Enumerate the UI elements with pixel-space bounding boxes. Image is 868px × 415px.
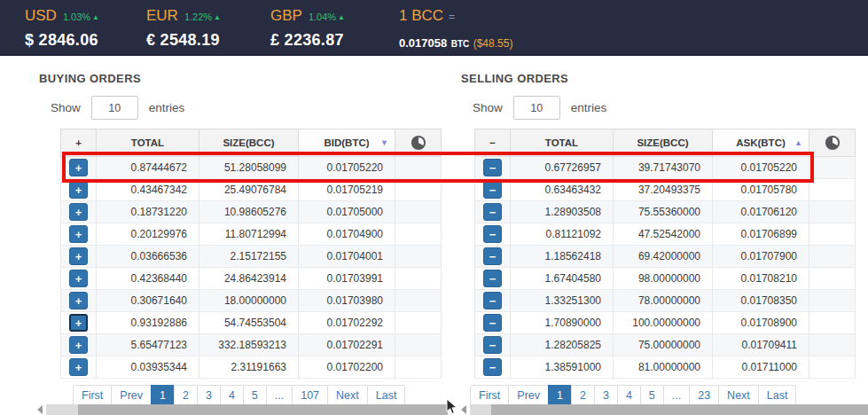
page-button-last[interactable]: Last (758, 385, 797, 406)
page-button-first[interactable]: First (73, 385, 112, 406)
clock-icon (825, 135, 841, 151)
price-cell: 0.01706899 (713, 223, 809, 246)
up-arrow-icon: ▲ (338, 13, 345, 21)
action-cell: − (475, 312, 511, 334)
table-row: −1.2890350875.553600000.01706120 (475, 201, 856, 223)
add-order-button[interactable]: + (69, 270, 88, 287)
selling-horizontal-scrollbar[interactable] (461, 404, 868, 415)
page-button-5[interactable]: 5 (243, 385, 267, 406)
column-header-action[interactable]: − (475, 129, 511, 157)
percent-change: 1.03% (63, 12, 90, 22)
page-button--[interactable]: ... (663, 385, 690, 406)
ticker-eur: EUR1.22%▲ € 2548.19 (146, 7, 221, 50)
scrollbar-thumb[interactable] (78, 404, 448, 415)
table-row: −1.6740458098.000000000.01708210 (475, 268, 856, 290)
add-order-button[interactable]: + (69, 159, 88, 176)
page-button-107[interactable]: 107 (292, 385, 328, 406)
remove-order-button[interactable]: − (483, 270, 502, 287)
entries-count-input[interactable] (513, 96, 560, 120)
page-button-1[interactable]: 1 (151, 385, 175, 406)
scrollbar-thumb[interactable] (491, 404, 868, 415)
total-cell: 1.28205825 (511, 334, 614, 356)
page-button-3[interactable]: 3 (197, 385, 221, 406)
size-cell: 75.00000000 (614, 334, 713, 356)
table-row: +0.8744467251.280580990.01705220 (61, 157, 442, 179)
page-button-5[interactable]: 5 (640, 385, 664, 406)
ticker-bcc-rate: 1 BCC= 0.017058 BTC ($48.55) (399, 7, 512, 51)
show-entries-control: Show entries (51, 96, 448, 120)
page-button-last[interactable]: Last (367, 385, 406, 406)
buying-horizontal-scrollbar[interactable] (37, 404, 448, 415)
page-button-4[interactable]: 4 (220, 385, 244, 406)
action-cell: + (61, 312, 97, 334)
add-order-button[interactable]: + (69, 181, 88, 199)
column-header-total[interactable]: TOTAL (97, 129, 199, 157)
page-button-2[interactable]: 2 (174, 385, 198, 406)
size-cell: 2.31191663 (199, 356, 299, 379)
add-order-button[interactable]: + (69, 225, 88, 243)
clock-icon (411, 135, 426, 151)
remove-order-button[interactable]: − (483, 181, 502, 199)
page-button-prev[interactable]: Prev (111, 385, 152, 406)
column-header-size[interactable]: SIZE(BCC) (614, 129, 713, 157)
column-header-bid[interactable]: BID(BTC)▼ (299, 129, 395, 157)
page-button-next[interactable]: Next (718, 385, 759, 406)
column-header-total[interactable]: TOTAL (511, 129, 614, 157)
total-cell: 0.87444672 (97, 157, 199, 179)
scrollbar-track[interactable] (46, 404, 448, 415)
action-cell: − (475, 157, 511, 179)
scroll-left-icon[interactable] (37, 405, 43, 414)
page-button-23[interactable]: 23 (689, 385, 719, 406)
selling-orders-table: − TOTAL SIZE(BCC) ASK(BTC)▲ −0.677269573… (474, 129, 856, 379)
add-order-button[interactable]: + (69, 336, 88, 354)
remove-order-button[interactable]: − (483, 203, 502, 221)
column-header-time[interactable] (395, 129, 442, 157)
total-cell: 0.93192886 (97, 312, 199, 334)
total-cell: 1.38591000 (511, 356, 614, 379)
page-button-3[interactable]: 3 (594, 385, 618, 406)
currency-value: $ 2846.06 (25, 31, 99, 50)
ticker-usd: USD1.03%▲ $ 2846.06 (25, 7, 99, 50)
remove-order-button[interactable]: − (483, 247, 502, 265)
table-row: −1.3325130078.000000000.01708350 (475, 290, 856, 312)
column-header-action[interactable]: + (61, 129, 97, 157)
remove-order-button[interactable]: − (483, 159, 502, 176)
column-header-size[interactable]: SIZE(BCC) (199, 129, 299, 157)
add-order-button[interactable]: + (69, 314, 88, 332)
price-cell: 0.01711000 (713, 356, 809, 379)
action-cell: − (475, 246, 511, 268)
page-button-first[interactable]: First (470, 385, 509, 406)
remove-order-button[interactable]: − (483, 336, 502, 354)
add-order-button[interactable]: + (69, 203, 88, 221)
total-cell: 0.03666536 (97, 246, 199, 268)
total-cell: 1.70890000 (511, 312, 614, 334)
entries-label: entries (149, 101, 185, 114)
page-button--[interactable]: ... (266, 385, 293, 406)
entries-count-input[interactable] (91, 96, 138, 120)
remove-order-button[interactable]: − (483, 225, 502, 243)
size-cell: 78.00000000 (614, 290, 713, 312)
page-button-next[interactable]: Next (327, 385, 368, 406)
table-row: −1.3859100081.000000000.01711000 (475, 356, 856, 379)
page-button-1[interactable]: 1 (548, 385, 572, 406)
action-cell: + (61, 334, 97, 356)
column-header-ask[interactable]: ASK(BTC)▲ (713, 129, 809, 157)
size-cell: 11.80712994 (199, 223, 299, 246)
currency-value: £ 2236.87 (270, 31, 345, 50)
size-cell: 2.15172155 (199, 246, 299, 268)
page-button-2[interactable]: 2 (571, 385, 595, 406)
time-cell (395, 290, 442, 312)
remove-order-button[interactable]: − (483, 358, 502, 376)
page-button-prev[interactable]: Prev (508, 385, 549, 406)
add-order-button[interactable]: + (69, 247, 88, 265)
page-button-4[interactable]: 4 (617, 385, 641, 406)
price-cell: 0.01702200 (299, 356, 395, 379)
add-order-button[interactable]: + (69, 292, 88, 309)
remove-order-button[interactable]: − (483, 314, 502, 332)
remove-order-button[interactable]: − (483, 292, 502, 309)
scroll-left-icon[interactable] (461, 405, 466, 414)
up-arrow-icon: ▲ (214, 13, 221, 21)
add-order-button[interactable]: + (69, 358, 88, 376)
column-header-time[interactable] (809, 129, 856, 157)
scrollbar-track[interactable] (470, 404, 868, 415)
